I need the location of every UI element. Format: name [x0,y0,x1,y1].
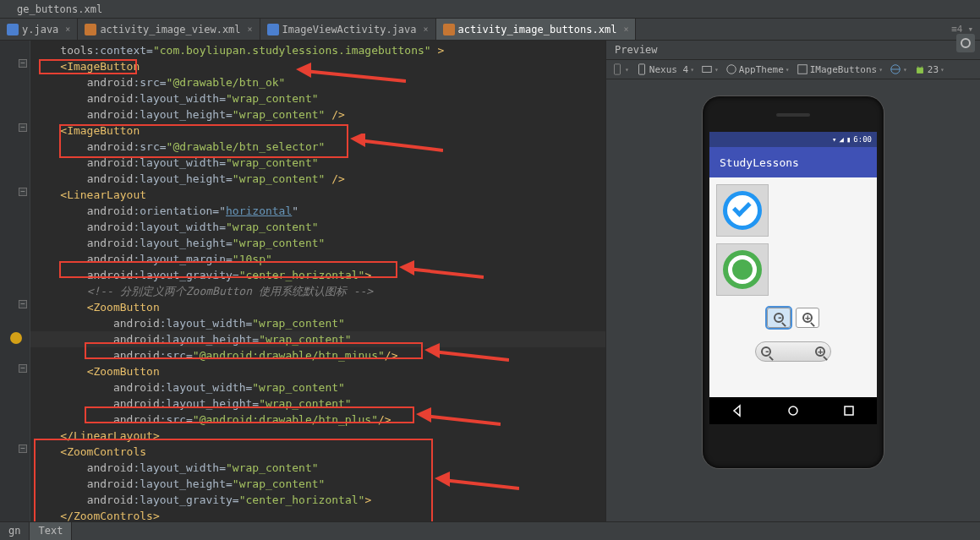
image-button-ok[interactable] [716,184,769,237]
java-file-icon [7,24,19,35]
app-content [709,177,877,368]
xml-file-icon [85,24,96,35]
activity-dropdown[interactable]: IMageButtons▾ [797,63,883,75]
phone-icon [636,63,648,75]
tab-xml-2[interactable]: activity_image_buttons.xml× [436,19,637,40]
xml-file-icon [443,24,455,35]
zoom-fit-button[interactable] [956,34,975,52]
svg-point-15 [727,65,736,74]
status-bar: ▾ ◢ ▮ 6:00 [709,132,877,147]
close-icon[interactable]: × [65,25,70,34]
code-editor[interactable]: – – – – – – tools:context="com.boyliupan… [0,41,605,521]
preview-pane: Preview ▾ Nexus 4▾ ▾ AppTheme▾ IMageButt… [605,41,980,521]
wifi-icon: ▾ [832,135,836,144]
recent-icon[interactable] [842,404,856,417]
app-bar: StudyLessons [709,147,877,177]
design-tab[interactable]: gn [0,522,30,540]
device-selector[interactable]: ▾ [611,63,629,75]
clock: 6:00 [853,135,872,144]
rotate-icon [701,63,713,75]
svg-rect-16 [797,65,807,74]
orientation-button[interactable]: ▾ [701,63,719,75]
svg-rect-12 [615,64,621,74]
editor-view-tabs: gn Text [0,521,980,540]
globe-icon [890,63,901,75]
close-icon[interactable]: × [248,25,253,34]
zoom-in-icon[interactable] [815,346,825,357]
preview-title: Preview [606,41,980,60]
android-nav-bar [709,397,877,424]
app-title: StudyLessons [720,156,799,169]
svg-point-19 [789,406,797,415]
close-icon[interactable]: × [623,25,628,34]
preview-toolbar: ▾ Nexus 4▾ ▾ AppTheme▾ IMageButtons▾ ▾ [606,60,980,79]
svg-rect-14 [703,67,712,73]
battery-icon: ▮ [846,135,851,144]
android-icon [914,63,926,75]
home-icon[interactable] [786,404,800,417]
image-button-selector[interactable] [716,243,769,296]
java-file-icon [267,24,279,35]
api-dropdown[interactable]: 23▾ [914,63,944,75]
breadcrumb-bar: ge_buttons.xml [0,0,980,19]
locale-dropdown[interactable]: ▾ [890,63,907,75]
svg-rect-20 [845,406,853,415]
zoom-minus-button[interactable] [767,308,791,328]
zoom-controls[interactable] [755,341,831,362]
tab-java-2[interactable]: ImageViewActivity.java× [260,19,436,40]
device-dropdown[interactable]: Nexus 4▾ [636,63,694,75]
signal-icon: ◢ [839,135,843,144]
theme-dropdown[interactable]: AppTheme▾ [725,63,790,75]
theme-icon [725,63,737,75]
zoom-out-icon[interactable] [761,346,771,357]
zoom-buttons-row [716,308,870,328]
tab-xml-1[interactable]: activity_image_view.xml× [78,19,260,40]
svg-rect-13 [638,64,644,74]
close-icon[interactable]: × [424,25,429,34]
phone-speaker [776,113,810,117]
code-content[interactable]: tools:context="com.boyliupan.studylessio… [0,41,605,521]
zoom-plus-button[interactable] [796,308,819,328]
device-preview: ▾ ◢ ▮ 6:00 StudyLessons [703,96,884,468]
editor-tab-bar: y.java× activity_image_view.xml× ImageVi… [0,19,980,41]
text-tab[interactable]: Text [30,522,72,540]
tab-java-1[interactable]: y.java× [0,19,78,40]
activity-icon [797,63,808,75]
phone-icon [611,63,623,75]
breadcrumb-file: ge_buttons.xml [8,1,111,18]
back-icon[interactable] [731,404,744,417]
phone-screen[interactable]: ▾ ◢ ▮ 6:00 StudyLessons [709,132,877,424]
